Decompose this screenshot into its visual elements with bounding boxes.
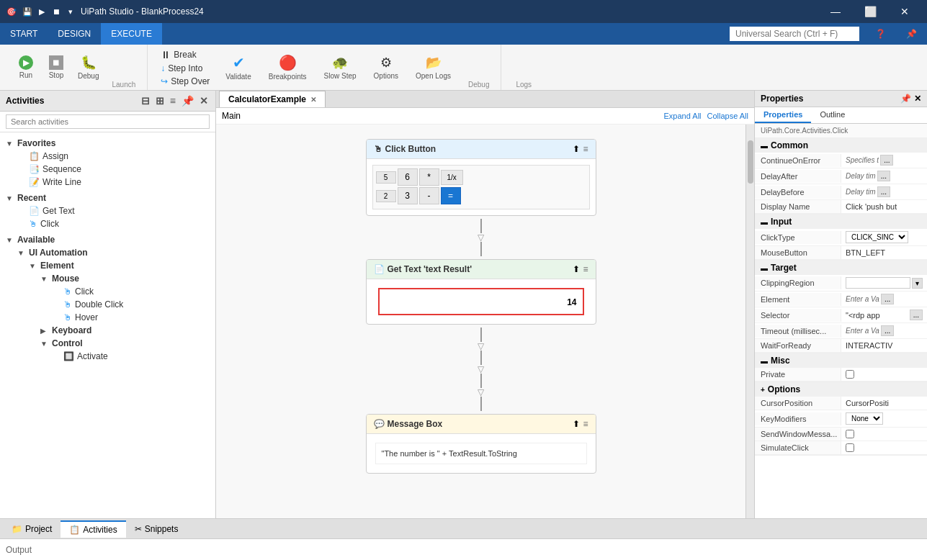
canvas-vscroll-thumb[interactable] [748, 140, 753, 184]
delay-after-btn[interactable]: ... [877, 171, 890, 181]
universal-search-input[interactable] [730, 27, 859, 41]
recent-expander: ▼ [6, 194, 14, 202]
tab-outline[interactable]: Outline [811, 107, 854, 123]
get-text-expand-icon[interactable]: ⬆ [573, 264, 580, 274]
debug-button[interactable]: 🐛 Debug [72, 52, 104, 83]
tree-row-get-text-recent[interactable]: 📄 Get Text [12, 204, 215, 217]
validate-button[interactable]: ✔ Validate [220, 51, 256, 83]
tree-row-click[interactable]: 🖱 Click [46, 285, 215, 298]
list-view-icon[interactable]: ≡ [169, 94, 177, 108]
menu-execute[interactable]: EXECUTE [101, 23, 162, 45]
element-btn[interactable]: ... [881, 294, 894, 304]
prop-row-element: Element Enter a Va ... [755, 292, 927, 307]
message-box-expand-icon[interactable]: ⬆ [573, 419, 580, 429]
mouse-children: 🖱 Click 🖱 Double Click [35, 285, 215, 324]
minimize-button[interactable]: — [819, 0, 852, 23]
delay-before-label: DelayBefore [755, 186, 841, 199]
maximize-button[interactable]: ⬜ [854, 0, 887, 23]
simulate-click-checkbox[interactable] [846, 443, 854, 452]
send-window-message-checkbox[interactable] [846, 430, 854, 438]
run-quick-icon[interactable]: ▶ [36, 6, 48, 17]
step-into-button[interactable]: ↓ Step Into [156, 62, 214, 75]
tree-row-writeline[interactable]: 📝 Write Line [12, 176, 215, 189]
tree-row-recent[interactable]: ▼ Recent [0, 191, 215, 204]
help-icon[interactable]: ❓ [865, 23, 896, 45]
tree-row-hover[interactable]: 🖱 Hover [46, 311, 215, 324]
prop-section-input-header[interactable]: ▬ Input [755, 214, 927, 229]
menu-design[interactable]: DESIGN [48, 23, 101, 45]
pin-icon[interactable]: 📌 [896, 23, 927, 45]
stop-button[interactable]: ⏹ Stop [42, 53, 71, 82]
private-checkbox[interactable] [846, 370, 854, 379]
result-container: 14 [375, 288, 587, 315]
collapse-all-icon[interactable]: ⊟ [140, 94, 151, 108]
tree-row-control[interactable]: ▼ Control [35, 337, 215, 350]
tree-row-ui-automation[interactable]: ▼ UI Automation [12, 246, 215, 259]
clipping-region-field[interactable] [846, 277, 910, 289]
tree-row-click-recent[interactable]: 🖱 Click [12, 217, 215, 230]
key-modifiers-dropdown[interactable]: None [846, 412, 883, 425]
expand-all-icon[interactable]: ⊞ [154, 94, 166, 108]
step-over-button[interactable]: ↪ Step Over [156, 75, 214, 88]
click-type-dropdown[interactable]: CLICK_SINC [846, 231, 908, 243]
delay-after-value: Delay tim ... [841, 168, 927, 184]
tab-calculator-example[interactable]: CalculatorExample ✕ [219, 91, 326, 107]
tab-project[interactable]: 📁 Project [3, 521, 61, 537]
click-label: Click [75, 286, 94, 297]
break-button[interactable]: ⏸ Break [156, 48, 214, 62]
close-properties-icon[interactable]: ✕ [914, 94, 921, 104]
activities-search-input[interactable] [6, 114, 210, 129]
tree-row-available[interactable]: ▼ Available [0, 233, 215, 246]
timeout-btn[interactable]: ... [881, 325, 894, 336]
control-children: 🔲 Activate [35, 350, 215, 363]
tree-row-favorites[interactable]: ▼ Favorites [0, 137, 215, 150]
prop-section-target-header[interactable]: ▬ Target [755, 261, 927, 275]
expand-all-button[interactable]: Expand All [664, 112, 702, 120]
tree-row-activate[interactable]: 🔲 Activate [46, 350, 215, 363]
prop-section-options-header[interactable]: + Options [755, 382, 927, 397]
click-button-menu[interactable]: ≡ [583, 144, 588, 154]
more-icon[interactable]: ▾ [65, 6, 76, 17]
breakpoints-button[interactable]: 🔴 Breakpoints [263, 51, 313, 83]
selector-btn[interactable]: ... [910, 310, 923, 320]
close-button[interactable]: ✕ [888, 0, 921, 23]
tree-row-element[interactable]: ▼ Element [23, 259, 215, 272]
click-button-title: 🖱 Click Button [374, 144, 436, 154]
canvas-vscrollbar[interactable] [745, 125, 754, 518]
tab-snippets[interactable]: ✂ Snippets [126, 521, 187, 537]
clipping-region-dropdown-btn[interactable]: ▾ [912, 278, 923, 289]
pin-panel-icon[interactable]: 📌 [180, 94, 195, 108]
send-window-message-label: SendWindowMessa... [755, 428, 841, 441]
open-logs-button[interactable]: 📂 Open Logs [410, 52, 457, 83]
prop-section-misc-header[interactable]: ▬ Misc [755, 353, 927, 368]
get-text-menu[interactable]: ≡ [583, 264, 588, 274]
slow-step-button[interactable]: 🐢 Slow Step [318, 52, 362, 83]
prop-section-common-header[interactable]: ▬ Common [755, 138, 927, 153]
collapse-all-button[interactable]: Collapse All [707, 112, 748, 120]
message-box-menu[interactable]: ≡ [583, 419, 588, 429]
tab-activities[interactable]: 📋 Activities [61, 520, 125, 538]
save-icon[interactable]: 💾 [22, 6, 33, 17]
tree-row-double-click[interactable]: 🖱 Double Click [46, 298, 215, 311]
clipping-region-label: ClippingRegion [755, 276, 841, 289]
click-button-expand-icon[interactable]: ⬆ [573, 144, 580, 154]
calc-btn-eq[interactable]: = [441, 187, 461, 204]
tree-row-keyboard[interactable]: ▶ Keyboard [35, 324, 215, 337]
tree-row-assign[interactable]: 📋 Assign [12, 150, 215, 163]
prop-row-cursor-position: CursorPosition CursorPositi [755, 397, 927, 410]
continue-on-error-btn[interactable]: ... [880, 155, 893, 166]
get-text-recent-icon: 📄 [29, 206, 40, 216]
tab-close-icon[interactable]: ✕ [310, 96, 316, 104]
tree-row-sequence[interactable]: 📑 Sequence [12, 163, 215, 176]
close-panel-icon[interactable]: ✕ [198, 94, 210, 108]
options-button[interactable]: ⚙ Options [368, 52, 404, 83]
key-modifiers-value: None [841, 410, 927, 427]
pin-properties-icon[interactable]: 📌 [900, 94, 911, 104]
tab-properties[interactable]: Properties [755, 107, 811, 123]
delay-before-btn[interactable]: ... [877, 186, 890, 197]
run-button[interactable]: ▶ Run [12, 53, 40, 82]
menu-start[interactable]: START [0, 23, 48, 45]
stop-quick-icon[interactable]: ⏹ [50, 6, 62, 17]
tree-row-mouse[interactable]: ▼ Mouse [35, 272, 215, 285]
misc-collapse-icon: ▬ [761, 357, 768, 365]
